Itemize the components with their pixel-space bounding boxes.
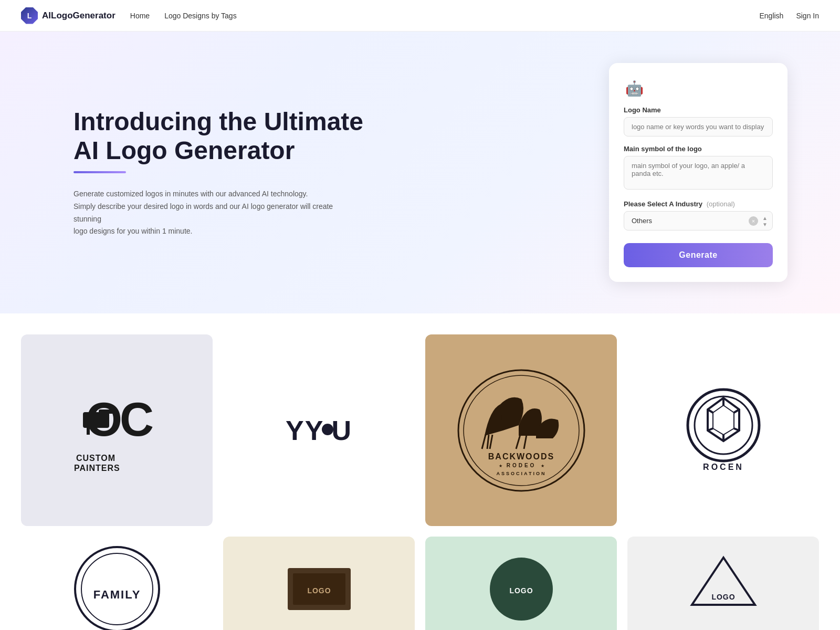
svg-text:★: ★: [540, 464, 544, 468]
nav-home[interactable]: Home: [130, 12, 150, 20]
hero-desc-line3: logo designs for you within 1 minute.: [74, 227, 192, 235]
generate-button[interactable]: Generate: [624, 243, 773, 267]
svg-text:CUSTOM: CUSTOM: [76, 454, 116, 463]
nav-designs[interactable]: Logo Designs by Tags: [164, 12, 237, 20]
hero-section: Introducing the Ultimate AI Logo Generat…: [0, 32, 840, 313]
main-symbol-label: Main symbol of the logo: [624, 145, 773, 153]
hero-title: Introducing the Ultimate AI Logo Generat…: [74, 107, 368, 165]
gallery-item[interactable]: FAMILY: [21, 537, 213, 630]
gallery-item[interactable]: BACKWOODS RODEO ASSOCIATION ★ ★: [425, 334, 617, 526]
custom-painters-logo-svg: OC CUSTOM PAINTERS: [65, 383, 170, 478]
svg-text:FAMILY: FAMILY: [93, 588, 141, 601]
nav-right: English Sign In: [759, 12, 819, 20]
yyou-logo: YYU: [286, 415, 352, 446]
brand-icon: L: [21, 7, 38, 24]
gallery-item[interactable]: YYU: [223, 334, 415, 526]
logo-gallery: OC CUSTOM PAINTERS YYU BACKWOOD: [0, 313, 840, 630]
hero-desc-line1: Generate customized logos in minutes wit…: [74, 190, 308, 198]
rocen-logo-svg: ROCEN: [681, 383, 765, 478]
logo-name-input[interactable]: [624, 117, 773, 136]
navbar: L AILogoGenerator Home Logo Designs by T…: [0, 0, 840, 32]
nav-left: L AILogoGenerator Home Logo Designs by T…: [21, 7, 237, 24]
gallery-item[interactable]: LOGO: [223, 537, 415, 630]
svg-rect-3: [99, 410, 114, 414]
svg-text:ASSOCIATION: ASSOCIATION: [496, 471, 546, 476]
brand-name: AILogoGenerator: [42, 10, 116, 21]
svg-text:LOGO: LOGO: [509, 586, 533, 595]
bottom4-logo-svg: LOGO: [681, 547, 765, 630]
brand-logo[interactable]: L AILogoGenerator: [21, 7, 116, 24]
industry-select-wrapper: Others × ▲ ▼: [624, 211, 773, 230]
svg-rect-2: [87, 426, 90, 435]
bottom2-logo-svg: LOGO: [277, 547, 361, 630]
hero-desc-line2: Simply describe your desired logo in wor…: [74, 202, 333, 223]
main-symbol-input[interactable]: [624, 156, 773, 190]
industry-clear-button[interactable]: ×: [749, 216, 758, 226]
backwoods-logo-svg: BACKWOODS RODEO ASSOCIATION ★ ★: [453, 362, 590, 499]
logo-name-label: Logo Name: [624, 106, 773, 114]
svg-text:LOGO: LOGO: [711, 593, 735, 601]
hero-description: Generate customized logos in minutes wit…: [74, 188, 336, 238]
gallery-item[interactable]: ROCEN: [627, 334, 819, 526]
svg-text:PAINTERS: PAINTERS: [74, 464, 120, 472]
bottom3-logo-svg: LOGO: [479, 547, 563, 630]
signin-button[interactable]: Sign In: [796, 12, 819, 20]
svg-text:LOGO: LOGO: [307, 586, 331, 595]
gallery-item[interactable]: LOGO: [627, 537, 819, 630]
svg-text:ROCEN: ROCEN: [703, 463, 744, 471]
svg-text:RODEO: RODEO: [506, 463, 536, 468]
robot-icon: 🤖: [624, 78, 645, 99]
hero-underline: [74, 171, 126, 173]
language-selector[interactable]: English: [759, 12, 783, 20]
hero-text: Introducing the Ultimate AI Logo Generat…: [74, 107, 368, 238]
svg-text:★: ★: [498, 464, 502, 468]
svg-text:BACKWOODS: BACKWOODS: [488, 452, 554, 461]
gallery-item[interactable]: LOGO: [425, 537, 617, 630]
svg-rect-1: [83, 412, 109, 428]
family-logo-svg: FAMILY: [70, 542, 164, 630]
gallery-item[interactable]: OC CUSTOM PAINTERS: [21, 334, 213, 526]
logo-form-card: 🤖 Logo Name Main symbol of the logo Plea…: [609, 63, 788, 282]
industry-label: Please Select A Industry (optional): [624, 200, 773, 208]
industry-selected-value: Others: [632, 217, 652, 225]
